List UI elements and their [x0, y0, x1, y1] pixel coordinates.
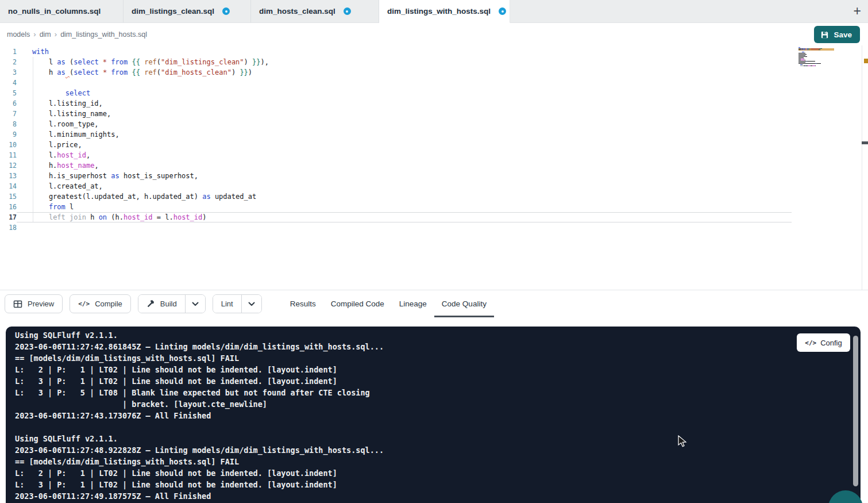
code-text: from l [17, 202, 792, 212]
code-editor[interactable]: 1with2 l as (select * from {{ ref("dim_l… [0, 45, 868, 290]
save-button[interactable]: Save [814, 26, 860, 43]
code-line[interactable]: 17 left join h on (h.host_id = l.host_id… [0, 212, 792, 222]
save-icon [820, 30, 829, 39]
code-text: h.is_superhost as host_is_superhost, [17, 171, 792, 181]
new-tab-button[interactable]: + [854, 3, 861, 19]
preview-button[interactable]: Preview [5, 294, 63, 313]
breadcrumb-item[interactable]: dim_listings_with_hosts.sql [60, 30, 147, 39]
file-tab-label: dim_hosts_clean.sql [259, 7, 335, 16]
code-text [17, 222, 792, 233]
code-text: l.price, [17, 140, 792, 150]
breadcrumb-separator: › [55, 30, 57, 39]
line-number: 13 [0, 171, 17, 181]
result-tab-results[interactable]: Results [283, 290, 323, 317]
code-text: h as (select * from {{ ref("dim_hosts_cl… [17, 67, 792, 78]
code-text: l.host_id, [17, 150, 792, 160]
hammer-icon [146, 300, 155, 308]
code-line[interactable]: 10 l.price, [0, 140, 792, 150]
code-text: l as (select * from {{ ref("dim_listings… [17, 57, 792, 67]
file-tabs: no_nulls_in_columns.sqldim_listings_clea… [0, 0, 510, 22]
code-line[interactable]: 3 h as (select * from {{ ref("dim_hosts_… [0, 67, 792, 78]
line-number: 12 [0, 160, 17, 171]
file-tab[interactable]: dim_hosts_clean.sql [251, 0, 379, 22]
code-line[interactable]: 16 from l [0, 202, 792, 212]
code-text [17, 78, 792, 88]
terminal-scroll-thumb[interactable] [853, 336, 858, 486]
code-line[interactable]: 14 l.created_at, [0, 181, 792, 191]
lint-squiggle [65, 68, 70, 76]
code-line[interactable]: 2 l as (select * from {{ ref("dim_listin… [0, 57, 792, 67]
code-text: h.host_name, [17, 160, 792, 171]
line-number: 11 [0, 150, 17, 160]
line-number: 15 [0, 191, 17, 202]
terminal-output: Using SQLFluff v2.1.1. 2023-06-06T11:27:… [15, 329, 384, 502]
code-text: greatest(l.updated_at, h.updated_at) as … [17, 191, 792, 202]
line-number: 18 [0, 222, 17, 233]
code-lines: 1with2 l as (select * from {{ ref("dim_l… [0, 47, 792, 233]
compile-button[interactable]: </> Compile [70, 294, 131, 313]
lint-button[interactable]: Lint [213, 295, 241, 313]
code-line[interactable]: 13 h.is_superhost as host_is_superhost, [0, 171, 792, 181]
breadcrumb-bar: models›dim›dim_listings_with_hosts.sql S… [0, 23, 868, 45]
lint-label: Lint [221, 300, 233, 308]
code-text: l.listing_name, [17, 109, 792, 119]
compile-label: Compile [95, 300, 122, 308]
code-line[interactable]: 4 [0, 78, 792, 88]
line-number: 4 [0, 78, 17, 88]
config-button[interactable]: </> Config [797, 333, 850, 352]
code-line[interactable]: 8 l.room_type, [0, 119, 792, 129]
editor-scroll-track[interactable] [862, 45, 868, 290]
line-number: 17 [0, 212, 17, 222]
preview-icon [13, 300, 22, 309]
code-text: l.room_type, [17, 119, 792, 129]
breadcrumb-separator: › [33, 30, 36, 39]
line-number: 2 [0, 57, 17, 67]
code-line[interactable]: 1with [0, 47, 792, 57]
file-tab-label: no_nulls_in_columns.sql [8, 7, 101, 16]
tab-bar-filler: + [510, 0, 868, 22]
code-line[interactable]: 6 l.listing_id, [0, 98, 792, 109]
line-number: 3 [0, 67, 17, 78]
line-number: 9 [0, 129, 17, 140]
code-text: l.minimum_nights, [17, 129, 792, 140]
file-tab-label: dim_listings_with_hosts.sql [387, 7, 491, 16]
line-number: 1 [0, 47, 17, 57]
lint-dropdown-chevron-icon[interactable] [241, 295, 261, 313]
code-icon: </> [78, 300, 90, 308]
unsaved-dot-icon [344, 7, 351, 15]
line-number: 7 [0, 109, 17, 119]
code-line[interactable]: 7 l.listing_name, [0, 109, 792, 119]
code-text: l.listing_id, [17, 98, 792, 109]
build-button[interactable]: Build [138, 295, 185, 313]
code-line[interactable]: 11 l.host_id, [0, 150, 792, 160]
code-line[interactable]: 15 greatest(l.updated_at, h.updated_at) … [0, 191, 792, 202]
code-line[interactable]: 5 select [0, 88, 792, 98]
line-number: 14 [0, 181, 17, 191]
code-line[interactable]: 9 l.minimum_nights, [0, 129, 792, 140]
build-dropdown-chevron-icon[interactable] [185, 295, 205, 313]
line-number: 8 [0, 119, 17, 129]
code-text: l.created_at, [17, 181, 792, 191]
preview-label: Preview [28, 300, 54, 308]
editor-scroll-thumb[interactable] [862, 141, 868, 144]
code-text: select [17, 88, 792, 98]
code-line[interactable]: 12 h.host_name, [0, 160, 792, 171]
breadcrumb-item[interactable]: models [7, 30, 30, 39]
lint-warning-marker [864, 59, 868, 63]
result-tab-code-quality[interactable]: Code Quality [434, 290, 494, 317]
build-label: Build [160, 300, 177, 308]
file-tab[interactable]: no_nulls_in_columns.sql [0, 0, 124, 22]
file-tab[interactable]: dim_listings_with_hosts.sql [379, 0, 510, 23]
line-number: 16 [0, 202, 17, 212]
file-tab[interactable]: dim_listings_clean.sql [124, 0, 251, 22]
line-number: 6 [0, 98, 17, 109]
result-tab-compiled-code[interactable]: Compiled Code [323, 290, 392, 317]
code-line[interactable]: 18 [0, 222, 792, 233]
breadcrumb-item[interactable]: dim [40, 30, 51, 39]
result-tab-lineage[interactable]: Lineage [392, 290, 434, 317]
minimap[interactable] [798, 47, 834, 68]
dbt-cloud-ide: { "tabs": { "new_tab_label": "+", "items… [0, 0, 868, 503]
code-text: with [17, 47, 792, 57]
line-number: 10 [0, 140, 17, 150]
line-number: 5 [0, 88, 17, 98]
